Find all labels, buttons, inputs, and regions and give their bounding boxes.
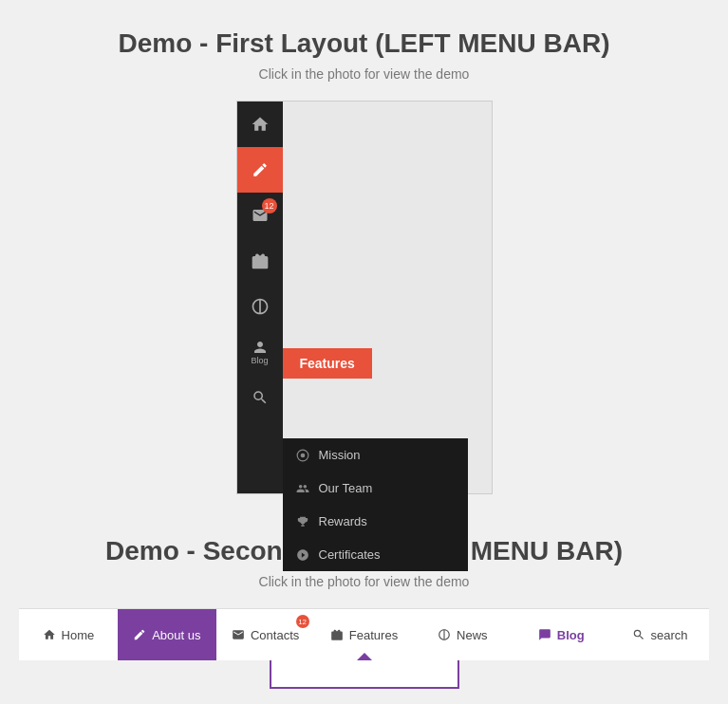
section1-title: Demo - First Layout (LEFT MENU BAR) <box>19 28 709 59</box>
sidebar-item-search[interactable] <box>237 375 283 420</box>
top-menu-item-news[interactable]: News <box>413 609 512 660</box>
top-menu-search-label: search <box>651 628 688 642</box>
demo-box-left[interactable]: 12 Blog <box>236 101 493 494</box>
submenu-item-rewards[interactable]: Rewards <box>283 505 468 538</box>
page-wrapper: Demo - First Layout (LEFT MENU BAR) Clic… <box>0 0 728 689</box>
submenu: Mission Our Team Rewards Certificates <box>283 438 468 571</box>
top-menu-about-label: About us <box>152 628 200 642</box>
submenu-mission-label: Mission <box>319 448 361 462</box>
top-menu-item-search[interactable]: search <box>610 609 709 660</box>
mail-badge: 12 <box>262 198 277 213</box>
sidebar-item-globe[interactable] <box>237 284 283 329</box>
top-menu-blog-label: Blog <box>557 628 585 642</box>
blog-label: Blog <box>251 356 268 365</box>
section1-subtitle: Click in the photo for view the demo <box>19 66 709 82</box>
top-menu-contacts-badge: 12 <box>296 615 309 628</box>
sidebar-item-edit[interactable] <box>237 147 283 193</box>
features-popup[interactable]: Features <box>283 348 372 379</box>
submenu-item-certificates[interactable]: Certificates <box>283 538 468 571</box>
top-menu-item-blog[interactable]: Blog <box>512 609 610 660</box>
submenu-item-team[interactable]: Our Team <box>283 472 468 505</box>
top-menu-news-label: News <box>457 628 488 642</box>
sidebar-item-features[interactable] <box>237 238 283 284</box>
features-popup-label: Features <box>300 356 355 371</box>
top-menu-contacts-label: Contacts <box>251 628 299 642</box>
submenu-item-mission[interactable]: Mission <box>283 438 468 472</box>
section2-subtitle: Click in the photo for view the demo <box>19 574 709 589</box>
left-sidebar: 12 Blog <box>237 102 283 493</box>
bottom-preview-dropdown <box>270 660 459 689</box>
sidebar-item-mail[interactable]: 12 <box>237 193 283 238</box>
submenu-rewards-label: Rewards <box>319 514 367 528</box>
top-menu-features-label: Features <box>349 628 398 642</box>
top-menu-item-contacts[interactable]: 12 Contacts <box>216 609 315 660</box>
svg-point-1 <box>300 453 305 457</box>
top-menu-item-about[interactable]: About us <box>118 609 216 660</box>
sidebar-item-blog[interactable]: Blog <box>237 329 283 375</box>
submenu-certificates-label: Certificates <box>319 547 381 562</box>
section-first: Demo - First Layout (LEFT MENU BAR) Clic… <box>0 0 728 517</box>
sidebar-item-home[interactable] <box>237 102 283 147</box>
top-menu-item-home[interactable]: Home <box>19 609 118 660</box>
submenu-team-label: Our Team <box>319 481 373 495</box>
top-menu-home-label: Home <box>62 628 95 642</box>
